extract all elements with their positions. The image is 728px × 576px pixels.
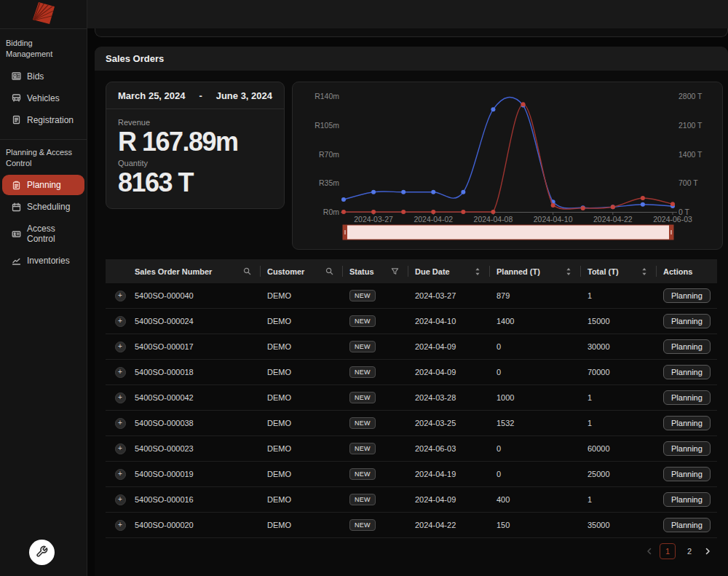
quantity-data-point[interactable] <box>491 210 495 214</box>
sidebar: Bidding ManagementBidsVehiclesRegistrati… <box>0 0 87 576</box>
quantity-data-point[interactable] <box>431 210 435 214</box>
page-button-2[interactable]: 2 <box>681 543 697 559</box>
registration-icon <box>12 115 21 125</box>
page-button-1[interactable]: 1 <box>660 543 676 559</box>
next-page-icon[interactable] <box>703 547 712 556</box>
due-date: 2024-03-27 <box>408 291 489 300</box>
right-axis-tick: 1400 T <box>678 150 703 159</box>
planning-action-button[interactable]: Planning <box>663 518 711 532</box>
sales-order-number: 5400SO-000019 <box>135 470 260 478</box>
column-header-actions: Actions <box>656 259 717 283</box>
expand-row-icon[interactable] <box>115 291 126 301</box>
customer-name: DEMO <box>260 368 342 376</box>
revenue-data-point[interactable] <box>461 190 465 194</box>
sidebar-item-registration[interactable]: Registration <box>2 110 84 130</box>
status-cell: NEW <box>342 366 408 378</box>
sidebar-item-scheduling[interactable]: Scheduling <box>2 197 84 217</box>
revenue-data-point[interactable] <box>371 190 376 194</box>
sidebar-item-label: Bids <box>27 71 44 82</box>
expand-row-icon[interactable] <box>115 342 126 352</box>
planning-action-button[interactable]: Planning <box>663 339 711 354</box>
column-header-total-t-[interactable]: Total (T) <box>580 259 656 283</box>
column-header-status[interactable]: Status <box>342 259 408 283</box>
planned-tonnes: 1532 <box>489 419 580 427</box>
table-body: 5400SO-000040DEMONEW2024-03-278791Planni… <box>106 283 717 538</box>
search-icon[interactable] <box>325 267 333 275</box>
previous-page-icon[interactable] <box>645 547 654 556</box>
expand-row-icon[interactable] <box>115 443 126 454</box>
status-badge: NEW <box>349 443 376 454</box>
quantity-data-point[interactable] <box>611 205 615 209</box>
column-header-planned-t-[interactable]: Planned (T) <box>489 259 580 283</box>
revenue-data-point[interactable] <box>431 190 435 194</box>
left-axis-tick: R35m <box>319 178 339 187</box>
column-header-sales-order-number[interactable]: Sales Order Number <box>135 259 260 283</box>
date-end[interactable]: June 3, 2024 <box>216 90 272 101</box>
sales-order-number: 5400SO-000016 <box>135 495 260 504</box>
line-chart[interactable]: R140mR105mR70mR35mR0m2800 T2100 T1400 T7… <box>293 82 721 249</box>
customer-name: DEMO <box>260 393 342 402</box>
planning-action-button[interactable]: Planning <box>663 314 711 328</box>
sidebar-item-access-control[interactable]: Access Control <box>2 218 84 249</box>
quantity-data-point[interactable] <box>581 206 585 210</box>
planning-action-button[interactable]: Planning <box>663 492 711 507</box>
expand-row-icon[interactable] <box>115 418 126 429</box>
quantity-data-point[interactable] <box>341 210 346 214</box>
revenue-data-point[interactable] <box>401 190 405 194</box>
planning-action-button[interactable]: Planning <box>663 467 711 481</box>
search-icon[interactable] <box>243 267 251 275</box>
chart-brush-slider[interactable] <box>343 225 673 240</box>
sidebar-item-planning[interactable]: Planning <box>2 175 84 195</box>
revenue-quantity-chart-card: R140mR105mR70mR35mR0m2800 T2100 T1400 T7… <box>292 82 723 250</box>
page-title: Sales Orders <box>106 53 164 64</box>
column-header-customer[interactable]: Customer <box>260 259 342 283</box>
main-content: Sales Orders March 25, 2024 - June 3, 20… <box>87 28 728 576</box>
planning-action-button[interactable]: Planning <box>663 390 711 405</box>
planning-action-button[interactable]: Planning <box>663 288 711 303</box>
sort-icon[interactable] <box>475 267 480 276</box>
sidebar-item-inventories[interactable]: Inventories <box>2 250 84 271</box>
planning-action-button[interactable]: Planning <box>663 416 711 430</box>
logo-container[interactable] <box>0 0 87 29</box>
total-tonnes: 60000 <box>580 444 656 453</box>
quantity-data-point[interactable] <box>521 102 526 106</box>
quantity-data-point[interactable] <box>371 210 376 214</box>
quantity-data-point[interactable] <box>641 196 645 200</box>
planning-action-button[interactable]: Planning <box>663 365 711 379</box>
expand-row-icon[interactable] <box>115 494 126 505</box>
column-header-due-date[interactable]: Due Date <box>408 259 489 283</box>
filter-icon[interactable] <box>391 267 399 275</box>
total-tonnes: 1 <box>580 419 656 427</box>
due-date: 2024-03-28 <box>408 393 489 402</box>
scheduling-icon <box>12 202 21 212</box>
planning-action-button[interactable]: Planning <box>663 441 711 456</box>
quantity-data-point[interactable] <box>670 202 675 206</box>
quantity-data-point[interactable] <box>461 210 465 214</box>
quantity-data-point[interactable] <box>401 210 405 214</box>
status-cell: NEW <box>342 290 408 301</box>
expand-row-icon[interactable] <box>115 392 126 403</box>
due-date: 2024-04-22 <box>408 521 489 529</box>
quantity-value: 8163 T <box>118 167 272 197</box>
status-cell: NEW <box>342 468 408 480</box>
quantity-data-point[interactable] <box>551 203 555 208</box>
revenue-data-point[interactable] <box>491 107 495 111</box>
customer-name: DEMO <box>260 470 342 478</box>
settings-wrench-button[interactable] <box>29 540 55 565</box>
sort-icon[interactable] <box>566 267 571 276</box>
sidebar-item-vehicles[interactable]: Vehicles <box>2 88 84 109</box>
status-cell: NEW <box>342 341 408 352</box>
date-start[interactable]: March 25, 2024 <box>118 90 186 101</box>
expand-row-icon[interactable] <box>115 316 126 327</box>
expand-row-icon[interactable] <box>115 520 126 531</box>
sidebar-item-bids[interactable]: Bids <box>2 66 84 87</box>
expand-row-icon[interactable] <box>115 469 126 480</box>
revenue-data-point[interactable] <box>341 197 346 202</box>
column-header-label: Sales Order Number <box>135 267 212 276</box>
status-badge: NEW <box>349 519 376 531</box>
table-header-expander <box>106 259 135 283</box>
revenue-data-point[interactable] <box>641 202 645 207</box>
expand-row-icon[interactable] <box>115 367 126 378</box>
sort-icon[interactable] <box>641 267 647 276</box>
status-cell: NEW <box>342 315 408 327</box>
